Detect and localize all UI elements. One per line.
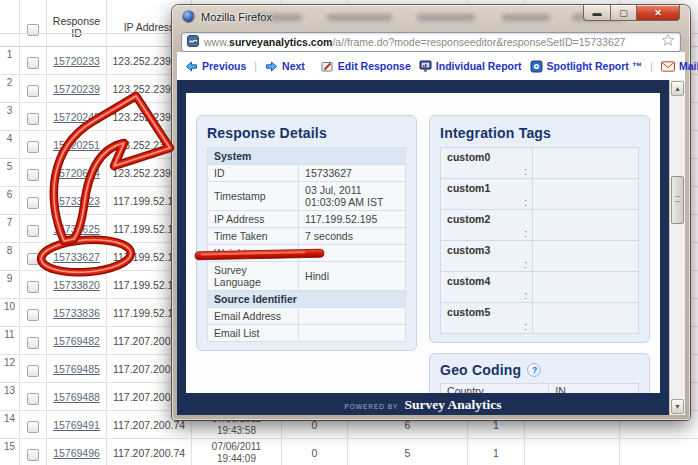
integration-tag-row: custom2 : [441,210,638,241]
tag-value [533,303,638,333]
geo-row: Country IN [440,383,639,393]
row-checkbox[interactable] [27,421,39,433]
response-id-link[interactable]: 15720233 [53,55,100,67]
powered-by-label: POWERED BY [344,403,398,410]
value-cell: 1 [493,447,499,459]
table-row: 15 15769496 117.207.200.74 07/06/2011 19… [0,439,698,465]
individual-report-button[interactable]: Individual Report [419,60,522,73]
row-number: 3 [7,103,13,116]
response-id-link[interactable]: 15720251 [53,139,100,151]
response-details-panel: Response Details System ID 15733627 [196,115,417,351]
response-id-link[interactable]: 15720245 [53,111,100,123]
popup-main-area: Response Details System ID 15733627 [177,80,669,415]
response-id-link[interactable]: 15769482 [53,335,100,347]
row-number: 11 [4,327,14,340]
row-checkbox[interactable] [27,309,39,321]
row-number: 7 [7,215,13,228]
response-id-link[interactable]: 15769491 [53,419,100,431]
detail-label: Email Address [208,308,299,325]
bookmark-star-icon[interactable] [661,33,675,51]
spotlight-report-button[interactable]: Spotlight Report ™ [530,60,643,73]
response-details-title: Response Details [207,125,406,141]
source-identifier-header: Source Identifier [208,291,406,308]
row-checkbox[interactable] [27,225,39,237]
popup-toolbar: Previous | Next Edit Response Individual… [177,52,685,80]
response-id-link[interactable]: 15733623 [53,195,100,207]
response-id-link[interactable]: 15769496 [53,447,100,459]
detail-row: Time Taken 7 seconds [208,228,406,245]
detail-row: ID 15733627 [208,165,406,182]
tag-value [533,210,638,240]
next-arrow-icon [265,61,278,72]
row-number: 1 [7,47,13,60]
mail-button[interactable]: Mail [661,60,698,72]
row-checkbox[interactable] [27,281,39,293]
response-id-link[interactable]: 15733627 [53,251,100,263]
tag-label: custom2 [447,213,527,225]
header-rownum [0,0,20,46]
ip-address-cell: 117.207.200.74 [113,447,185,459]
detail-row: Weight 0.0 [208,245,406,262]
geo-value: IN [549,384,638,393]
integration-tag-row: custom5 : [441,303,638,334]
response-id-link[interactable]: 15720624 [53,167,100,179]
minimize-button[interactable]: ▬ [583,5,610,21]
response-id-link[interactable]: 15733625 [53,223,100,235]
detail-row: IP Address 117.199.52.195 [208,211,406,228]
help-icon[interactable]: ? [527,363,541,377]
previous-button[interactable]: Previous [185,60,246,72]
window-title: Mozilla Firefox [201,11,272,23]
geo-label: Country [441,384,549,393]
row-checkbox[interactable] [27,393,39,405]
geo-coding-table: Country IN [440,383,639,393]
response-id-link[interactable]: 15733820 [53,279,100,291]
tag-colon: : [447,229,527,238]
row-checkbox[interactable] [27,141,39,153]
tag-colon: : [447,198,527,207]
row-checkbox[interactable] [27,365,39,377]
detail-value [299,308,406,325]
previous-arrow-icon [185,61,198,72]
url-input[interactable]: www.surveyanalytics.com/a//frame.do?mode… [181,32,681,52]
maximize-button[interactable]: ▢ [610,5,636,21]
scrollbar-thumb[interactable] [671,176,684,224]
row-checkbox[interactable] [27,337,39,349]
row-checkbox[interactable] [27,113,39,125]
glass-blur-artifact [502,14,550,21]
integration-tag-row: custom0 : [441,148,638,179]
row-checkbox[interactable] [27,169,39,181]
value-cell: 0 [312,447,318,459]
response-id-link[interactable]: 15769488 [53,391,100,403]
close-button[interactable]: ✕ [636,5,680,21]
row-number: 4 [7,131,13,144]
row-number: 9 [7,271,13,284]
tag-colon: : [447,322,527,331]
row-checkbox[interactable] [27,197,39,209]
detail-value: 03 Jul, 2011 01:03:09 AM IST [299,182,406,211]
glass-blur-artifact [417,14,475,21]
detail-label: Email List [208,325,299,342]
row-checkbox[interactable] [27,253,39,265]
glass-blur-artifact [327,14,392,21]
row-checkbox[interactable] [27,57,39,69]
window-titlebar[interactable]: Mozilla Firefox ▬ ▢ ✕ [172,5,690,29]
vertical-scrollbar[interactable]: ▲ ▼ [669,80,685,415]
value-cell: 1 [493,419,499,431]
scroll-down-button[interactable]: ▼ [671,399,684,414]
tag-label: custom1 [447,182,527,194]
select-all-checkbox[interactable] [27,24,39,36]
row-checkbox[interactable] [27,85,39,97]
detail-value: 117.199.52.195 [299,211,406,228]
detail-value: 15733627 [299,165,406,182]
value-cell: 0 [312,419,318,431]
next-button[interactable]: Next [265,60,305,72]
row-checkbox[interactable] [27,449,39,461]
scroll-up-button[interactable]: ▲ [671,81,684,96]
edit-response-button[interactable]: Edit Response [321,60,411,73]
response-id-link[interactable]: 15769485 [53,363,100,375]
response-id-link[interactable]: 15733836 [53,307,100,319]
tag-label: custom0 [447,151,527,163]
row-number: 6 [7,187,13,200]
screenshot-root: Response ID IP Address 1 15720233 123.25… [0,0,698,465]
response-id-link[interactable]: 15720239 [53,83,100,95]
